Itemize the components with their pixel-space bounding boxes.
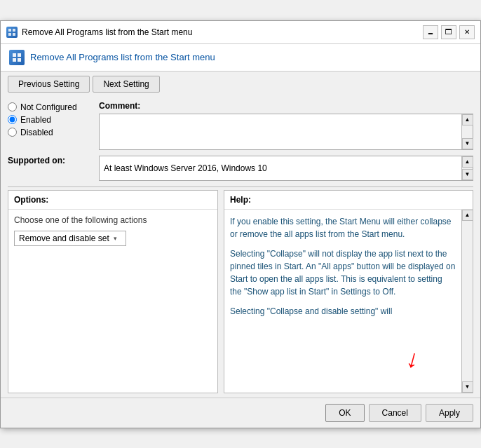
svg-rect-5: [18, 53, 21, 57]
enabled-label: Enabled: [20, 115, 51, 125]
disabled-label: Disabled: [20, 128, 53, 137]
supported-label: Supported on:: [8, 156, 65, 165]
help-scroll-up[interactable]: ▲: [462, 210, 473, 221]
dialog-header: Remove All Programs list from the Start …: [1, 44, 480, 72]
options-header: Options:: [8, 191, 217, 210]
svg-rect-4: [13, 53, 16, 57]
top-section: Not Configured Enabled Disabled Comment:…: [8, 101, 473, 150]
svg-rect-6: [13, 58, 16, 62]
not-configured-radio[interactable]: [8, 102, 17, 111]
comment-section: Comment: ▲ ▼: [99, 101, 473, 150]
help-paragraph-1: If you enable this setting, the Start Me…: [230, 215, 456, 240]
dialog-icon: [6, 27, 18, 38]
title-text: Remove All Programs list from the Start …: [22, 27, 192, 37]
minimize-button[interactable]: 🗕: [423, 25, 438, 39]
dropdown-value: Remove and disable set: [19, 233, 109, 243]
comment-scroll-up[interactable]: ▲: [462, 114, 473, 125]
maximize-button[interactable]: 🗖: [441, 25, 456, 39]
dialog-window: Remove All Programs list from the Start …: [0, 20, 481, 428]
next-setting-button[interactable]: Next Setting: [93, 76, 159, 93]
supported-box: At least Windows Server 2016, Windows 10…: [99, 156, 473, 181]
supported-label-area: Supported on:: [8, 156, 92, 165]
radio-enabled[interactable]: Enabled: [8, 115, 92, 125]
title-controls: 🗕 🗖 ✕: [423, 25, 475, 39]
enabled-radio[interactable]: [8, 115, 17, 124]
radio-group: Not Configured Enabled Disabled: [8, 101, 92, 150]
title-bar-left: Remove All Programs list from the Start …: [6, 27, 192, 38]
footer: OK Cancel Apply: [1, 398, 480, 428]
help-content-wrapper: If you enable this setting, the Start Me…: [224, 210, 473, 393]
help-paragraph-3: Selecting "Collapse and disable setting"…: [230, 305, 456, 318]
title-bar: Remove All Programs list from the Start …: [1, 21, 480, 44]
supported-scrollbar[interactable]: ▲ ▼: [461, 156, 473, 180]
svg-rect-3: [13, 33, 15, 36]
options-instruction: Choose one of the following actions: [14, 215, 212, 225]
disabled-radio[interactable]: [8, 128, 17, 137]
supported-scroll-up[interactable]: ▲: [462, 156, 473, 168]
supported-value: At least Windows Server 2016, Windows 10: [100, 156, 461, 180]
svg-rect-0: [8, 29, 11, 32]
help-content: If you enable this setting, the Start Me…: [224, 210, 461, 393]
svg-rect-1: [13, 29, 15, 32]
header-title: Remove All Programs list from the Start …: [30, 52, 215, 62]
action-dropdown[interactable]: Remove and disable set ▾: [14, 231, 126, 246]
previous-setting-button[interactable]: Previous Setting: [8, 76, 90, 93]
dropdown-container: Remove and disable set ▾: [14, 231, 212, 246]
options-content: Choose one of the following actions Remo…: [8, 210, 217, 252]
main-content: Not Configured Enabled Disabled Comment:…: [1, 97, 480, 398]
help-header: Help:: [224, 191, 473, 210]
options-panel: Options: Choose one of the following act…: [8, 190, 218, 393]
radio-not-configured[interactable]: Not Configured: [8, 102, 92, 112]
svg-rect-7: [18, 58, 21, 62]
help-paragraph-2: Selecting "Collapse" will not display th…: [230, 247, 456, 298]
supported-row: Supported on: At least Windows Server 20…: [8, 156, 473, 181]
not-configured-label: Not Configured: [20, 102, 77, 112]
header-icon: [9, 50, 25, 65]
comment-scroll-down[interactable]: ▼: [462, 138, 473, 149]
comment-textarea[interactable]: [100, 114, 461, 149]
supported-scroll-down[interactable]: ▼: [462, 169, 473, 180]
help-panel: Help: If you enable this setting, the St…: [224, 190, 473, 393]
dropdown-arrow-icon: ▾: [114, 235, 117, 242]
help-scroll-down[interactable]: ▼: [462, 381, 473, 393]
radio-disabled[interactable]: Disabled: [8, 128, 92, 137]
red-arrow-indicator: ↓: [404, 345, 423, 372]
ok-button[interactable]: OK: [325, 404, 364, 422]
comment-scrollbar[interactable]: ▲ ▼: [461, 114, 473, 149]
cancel-button[interactable]: Cancel: [369, 404, 421, 422]
divider: [8, 186, 473, 187]
apply-button[interactable]: Apply: [426, 404, 473, 422]
svg-rect-2: [8, 33, 11, 36]
help-scrollbar[interactable]: ▲ ▼: [461, 210, 473, 393]
comment-label: Comment:: [99, 101, 473, 111]
close-button[interactable]: ✕: [459, 25, 475, 39]
nav-row: Previous Setting Next Setting: [1, 72, 480, 97]
comment-box: ▲ ▼: [99, 114, 473, 150]
lower-section: Options: Choose one of the following act…: [8, 190, 473, 393]
